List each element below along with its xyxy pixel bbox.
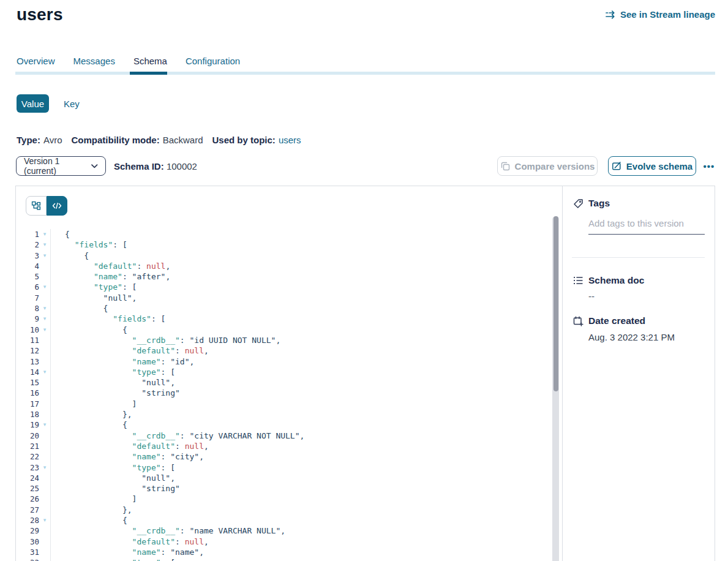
line-number: 28 [16,515,39,525]
date-created-heading: Date created [588,315,645,326]
editor-scrollbar-track[interactable] [552,216,559,561]
tab-schema[interactable]: Schema [133,56,167,66]
add-tags-input[interactable] [588,218,705,235]
code-line: "null", [65,377,547,388]
line-number: 1 [16,229,39,239]
line-numbers: 1234567891011121314151617181920212223242… [16,229,39,561]
line-number: 27 [16,505,39,515]
line-number: 19 [16,420,39,430]
code-line: ] [65,399,547,409]
line-number: 15 [16,377,39,388]
line-number: 7 [16,293,39,303]
code-line: "name": "after", [65,271,547,282]
code-line: { [65,229,547,239]
topic-link[interactable]: users [279,135,301,145]
fold-arrow-empty [39,441,50,451]
see-in-stream-lineage-link[interactable]: See in Stream lineage [606,9,715,20]
code-line: "__crdb__": "name VARCHAR NULL", [65,525,547,536]
schema-id-label: Schema ID: [114,161,164,171]
code-line: }, [65,505,547,515]
line-number: 24 [16,473,39,483]
stream-lineage-icon [606,10,616,19]
code-line: "default": null, [65,441,547,451]
fold-arrow-icon[interactable]: ▾ [39,303,50,314]
line-number: 29 [16,525,39,536]
evolve-schema-button[interactable]: Evolve schema [608,156,696,176]
fold-arrow-icon[interactable]: ▾ [39,557,50,561]
calendar-plus-icon [573,316,584,326]
fold-arrow-icon[interactable]: ▾ [39,462,50,473]
fold-arrow-empty [39,537,50,547]
fold-arrow-empty [39,494,50,504]
schema-details-sidebar: Tags Schema doc -- Date created Aug. 3 2… [563,186,715,561]
tags-heading: Tags [588,198,610,209]
tab-bar: Overview Messages Schema Configuration [17,56,240,66]
tab-configuration[interactable]: Configuration [186,56,240,66]
schema-editor-panel: 1234567891011121314151617181920212223242… [16,186,563,561]
line-number: 5 [16,271,39,282]
code-view-icon [52,201,62,211]
fold-arrow-icon[interactable]: ▾ [39,367,50,377]
code-view-button[interactable] [47,196,67,216]
line-number: 30 [16,537,39,547]
fold-arrow-empty [39,345,50,356]
value-toggle-button[interactable]: Value [17,94,49,113]
fold-arrow-icon[interactable]: ▾ [39,282,50,292]
fold-arrow-icon[interactable]: ▾ [39,325,50,335]
schema-doc-section-header: Schema doc [573,275,644,286]
code-line: "type": [ [65,282,547,292]
line-number: 10 [16,325,39,335]
code-line: "string" [65,388,547,398]
fold-arrow-icon[interactable]: ▾ [39,239,50,250]
schema-meta-row: Type:Avro Compatibility mode:Backward Us… [17,135,301,145]
schema-id-value: 100002 [167,161,197,171]
fold-arrow-icon[interactable]: ▾ [39,515,50,525]
code-line: { [65,515,547,525]
editor-scrollbar-thumb[interactable] [554,216,558,391]
tab-overview[interactable]: Overview [17,56,55,66]
line-number: 31 [16,547,39,557]
fold-arrow-icon[interactable]: ▾ [39,420,50,430]
code-line: "type": [ [65,367,547,377]
line-number: 14 [16,367,39,377]
line-number: 20 [16,431,39,441]
schema-doc-heading: Schema doc [588,275,644,286]
code-line: ] [65,494,547,504]
key-toggle-link[interactable]: Key [64,99,80,109]
fold-arrow-icon[interactable]: ▾ [39,250,50,261]
version-select[interactable]: Version 1 (current) [16,156,106,176]
line-number: 21 [16,441,39,451]
fold-arrow-empty [39,356,50,367]
code-line: "default": null, [65,261,547,271]
tree-view-button[interactable] [26,196,47,216]
code-line: "default": null, [65,537,547,547]
more-options-button[interactable]: ••• [700,156,718,176]
schema-card: 1234567891011121314151617181920212223242… [15,186,715,561]
fold-arrow-empty [39,261,50,271]
line-number: 2 [16,239,39,250]
code-line: { [65,325,547,335]
code-line: "fields": [ [65,239,547,250]
code-line: "null", [65,293,547,303]
line-number: 18 [16,409,39,420]
line-number: 26 [16,494,39,504]
code-line: "__crdb__": "city VARCHAR NOT NULL", [65,431,547,441]
code-line: "fields": [ [65,314,547,324]
code-lines: { "fields": [ { "default": null, "name":… [50,229,547,561]
fold-arrow-icon[interactable]: ▾ [39,229,50,239]
compare-versions-button[interactable]: Compare versions [497,156,598,176]
fold-arrow-icon[interactable]: ▾ [39,314,50,324]
fold-arrows: ▾▾▾▾▾▾▾▾▾▾▾▾ [39,229,50,561]
fold-arrow-empty [39,399,50,409]
date-created-value: Aug. 3 2022 3:21 PM [588,332,675,342]
code-line: "type": [ [65,462,547,473]
schema-id: Schema ID: 100002 [114,161,197,171]
fold-arrow-empty [39,505,50,515]
type-value: Avro [43,135,62,145]
type-label: Type: [17,135,40,145]
line-number: 3 [16,250,39,261]
tab-messages[interactable]: Messages [73,56,115,66]
line-number: 32 [16,557,39,561]
code-line: { [65,420,547,430]
code-line: "null", [65,473,547,483]
